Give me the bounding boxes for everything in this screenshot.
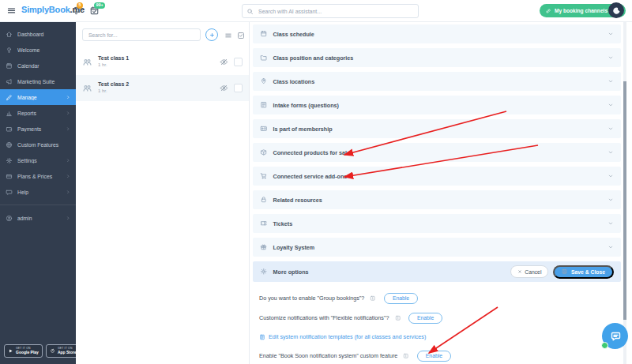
chevron-right-icon [66,174,71,179]
accordion-section[interactable]: Tickets [253,214,621,233]
accordion-section[interactable]: Class locations [253,72,621,91]
list-view-icon[interactable] [224,32,232,39]
sidebar-item-admin[interactable]: admin [0,210,76,226]
chevron-right-icon [66,111,71,116]
chevron-down-icon [608,244,614,250]
booking-channels-label: My booking channels [555,8,608,13]
sidebar-item-label: Reports [17,111,61,116]
gear-icon [260,268,268,276]
form-icon [260,101,268,109]
section-label: More options [273,268,309,276]
sidebar-item[interactable]: Welcome [0,42,76,58]
chevron-down-icon [608,173,614,179]
accordion-section[interactable]: Connected products for sale [253,143,621,162]
lock-icon [260,196,268,204]
class-title: Test class 2 [98,81,214,88]
sidebar-item[interactable]: Payments [0,121,76,137]
menu-icon[interactable] [6,6,17,16]
bulb-icon [6,47,13,54]
user-icon [6,215,13,222]
chevron-right-icon [66,216,71,221]
accordion-section[interactable]: Related resources [253,190,621,209]
class-duration: 1 hr. [98,62,214,69]
eye-off-icon[interactable] [220,58,228,66]
cancel-button[interactable]: Cancel [510,265,548,278]
accordion-section[interactable]: More options Cancel Save & Close [253,261,621,282]
sidebar-item[interactable]: Plans & Prices [0,168,76,184]
edit-notification-templates-link[interactable]: Edit system notification templates (for … [269,333,426,340]
class-search-bar[interactable] [82,28,201,41]
ai-search-input[interactable] [257,8,414,15]
play-icon [8,348,13,354]
sidebar-item-label: Dashboard [17,32,70,37]
section-label: Tickets [273,220,293,227]
group-icon [82,57,92,67]
accordion-section[interactable]: Intake forms (questions) [253,96,621,114]
chat-widget-button[interactable] [602,323,628,349]
chat-bubble-icon [609,330,622,343]
admin-label: admin [17,216,61,221]
sidebar-item-label: Manage [17,95,61,100]
search-icon [246,8,254,15]
chevron-down-icon [608,126,614,132]
option-row-book-soon: Enable "Book Soon notification system" c… [259,346,632,364]
section-label: Is part of membership [273,126,333,133]
chevron-down-icon [608,78,614,84]
option-text: Customize notifications with "Flexible n… [259,314,389,321]
save-close-button[interactable]: Save & Close [553,265,614,279]
info-icon[interactable] [403,353,409,359]
enable-button[interactable]: Enable [384,293,418,304]
class-list-item[interactable]: Test class 1 1 hr. [76,49,249,75]
add-class-button[interactable] [205,28,218,41]
scrollbar-thumb[interactable] [623,81,626,320]
store-badge[interactable]: GET IT ON Google Play [4,344,43,358]
sidebar-item[interactable]: Manage [0,89,76,105]
template-icon [259,334,265,340]
class-list-item[interactable]: Test class 2 1 hr. [76,75,249,101]
accordion-section[interactable]: Is part of membership [253,119,621,138]
class-checkbox[interactable] [234,84,243,92]
gift-icon [260,243,268,251]
ai-search-bar[interactable] [242,4,419,18]
class-search-input[interactable] [87,32,196,39]
simplybook-admin-app: SimplyBook.me 5 99+ My booking channels … [0,0,632,364]
class-settings-panel: Class schedule Class position and catego… [250,21,632,364]
accordion-section[interactable]: Loyalty System [253,238,621,257]
sidebar-item[interactable]: Help [0,184,76,200]
sidebar-item[interactable]: Marketing Suite [0,73,76,89]
chevron-right-icon [66,158,71,163]
apple-icon [50,348,55,354]
class-duration: 1 hr. [98,88,214,95]
accordion-section[interactable]: Class position and categories [253,48,621,67]
accordion-section[interactable]: Connected service add-ons [253,167,621,186]
calendar-icon [6,62,13,69]
section-label: Class position and categories [273,54,354,62]
sidebar-item[interactable]: Settings [0,152,76,168]
enable-book-soon-button[interactable]: Enable [417,351,451,362]
dark-mode-toggle[interactable] [608,2,624,18]
class-list-panel: Test class 1 1 hr. Test class 2 1 hr. [76,21,250,364]
scrollbar-track [623,21,626,364]
class-checkbox[interactable] [234,58,243,66]
sidebar-item[interactable]: Custom Features [0,137,76,152]
chevron-down-icon [608,220,614,227]
chevron-right-icon [66,126,71,132]
eye-off-icon[interactable] [220,84,228,92]
sidebar-item[interactable]: Reports [0,105,76,121]
section-label: Class schedule [273,31,314,38]
link-icon [545,8,551,14]
section-label: Loyalty System [273,244,315,251]
box-icon [260,148,268,156]
chevron-right-icon [66,190,71,195]
info-icon[interactable] [395,315,401,321]
chevron-down-icon [608,149,614,156]
sidebar-item[interactable]: Calendar [0,58,76,73]
select-all-icon[interactable] [237,32,245,39]
info-icon[interactable] [370,295,376,302]
accordion-section[interactable]: Class schedule [253,24,621,43]
store-name: App Store [58,351,77,355]
enable-button[interactable]: Enable [408,313,442,324]
globe-icon [6,141,13,148]
sidebar-item[interactable]: Dashboard [0,26,76,42]
option-row: Do you want to enable "Group bookings"? … [259,288,632,308]
